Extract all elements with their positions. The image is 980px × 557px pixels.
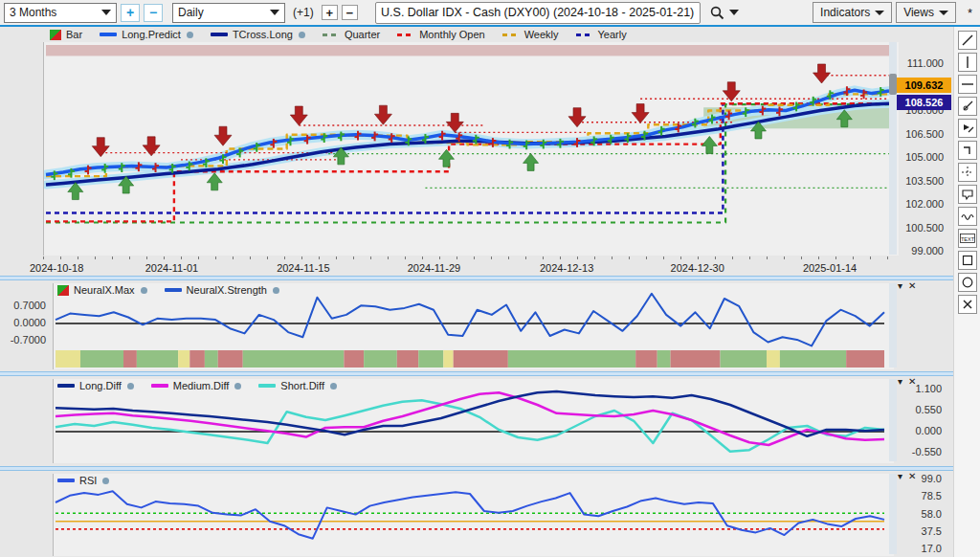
crosshair-icon (961, 166, 974, 179)
trend-point-tool-button[interactable] (958, 97, 977, 116)
delete-drawing-tool-button[interactable] (958, 295, 977, 314)
panel-controls: ▾ ✕ (898, 471, 916, 481)
range-select[interactable]: 3 Months (4, 3, 117, 23)
legend-item-monthly-open[interactable]: Monthly Open (397, 29, 484, 40)
legend-label: Monthly Open (419, 29, 484, 40)
legend-label: Yearly (598, 29, 627, 40)
info-icon[interactable] (234, 383, 241, 390)
y-axis-label: 105.000 (900, 151, 944, 163)
panel-scrollbar-track[interactable] (889, 379, 897, 461)
y-axis-label: 102.000 (900, 198, 944, 210)
trend-line-tool-button[interactable] (958, 31, 977, 50)
chart-scrollbar-thumb[interactable] (889, 74, 897, 95)
legend-item-weekly[interactable]: Weekly (502, 29, 559, 40)
legend-label: NeuralX.Strength (187, 284, 267, 296)
collapse-panel-icon[interactable]: ▾ (898, 280, 902, 291)
rsi-y-axis: 99.078.558.037.517.0 (898, 474, 944, 556)
info-icon[interactable] (330, 383, 337, 390)
legend-label: Long.Predict (122, 29, 181, 40)
legend-item-medium-diff[interactable]: Medium.Diff (151, 380, 241, 391)
crosshair-tool-button[interactable] (958, 163, 977, 182)
close-panel-icon[interactable]: ✕ (908, 376, 916, 387)
bar-minus-button[interactable]: − (342, 5, 358, 20)
legend-item-long-predict[interactable]: Long.Predict (100, 29, 193, 40)
y-axis-label: 0.0000 (2, 317, 46, 328)
close-panel-icon[interactable]: ✕ (908, 471, 916, 481)
panel-controls: ▾ ✕ (898, 280, 916, 291)
wave-tool-button[interactable] (958, 207, 977, 226)
neuralx-max-icon (57, 285, 69, 296)
legend-item-short-diff[interactable]: Short.Diff (258, 380, 337, 391)
arrow-flag-tool-button[interactable] (958, 119, 977, 138)
svg-text:TEXT: TEXT (960, 236, 974, 242)
legend-item-tcross-long[interactable]: TCross.Long (211, 29, 305, 40)
info-icon[interactable] (273, 287, 279, 294)
horizontal-line-tool-button[interactable] (958, 75, 977, 94)
collapse-panel-icon[interactable]: ▾ (898, 376, 902, 387)
dash-swatch (397, 33, 414, 36)
info-icon[interactable] (187, 32, 193, 38)
search-dropdown-icon[interactable] (729, 10, 739, 15)
price-tag-long-predict: 109.632 (897, 78, 951, 93)
legend-label: Bar (66, 29, 82, 40)
x-axis-label: 2025-01-14 (803, 262, 857, 274)
legend-label: TCross.Long (233, 29, 293, 40)
legend-item-quarter[interactable]: Quarter (323, 29, 380, 40)
rsi-plot[interactable] (53, 474, 894, 556)
modified-indicator: * (968, 6, 972, 20)
info-icon[interactable] (127, 383, 134, 390)
callout-icon (961, 188, 974, 201)
legend-item-long-diff[interactable]: Long.Diff (57, 380, 134, 391)
legend-label: NeuralX.Max (74, 284, 135, 296)
trading-app-window: 3 Months + − Daily (+1) + − Indicators (0, 0, 980, 557)
indicators-button[interactable]: Indicators (813, 2, 892, 23)
legend-label: Short.Diff (280, 380, 324, 391)
line-swatch (258, 384, 276, 388)
date-axis: 2024-10-182024-11-012024-11-152024-11-29… (43, 256, 898, 276)
ellipse-tool-button[interactable] (958, 273, 977, 292)
top-toolbar: 3 Months + − Daily (+1) + − Indicators (0, 0, 980, 25)
legend-item-neuralx-strength[interactable]: NeuralX.Strength (165, 284, 279, 296)
y-axis-label: 0.7000 (2, 300, 46, 311)
search-icon[interactable] (710, 6, 724, 20)
line-swatch (211, 33, 228, 36)
legend-item-bar[interactable]: Bar (50, 29, 82, 40)
line-swatch (57, 479, 75, 482)
info-icon[interactable] (299, 32, 305, 38)
panel-controls: ▾ ✕ (898, 376, 916, 387)
diff-legend: Long.Diff Medium.Diff Short.Diff (57, 379, 337, 392)
indicators-button-label: Indicators (820, 6, 870, 19)
chart-scrollbar-track[interactable] (889, 42, 897, 255)
vertical-line-tool-button[interactable] (958, 53, 977, 72)
panel-scrollbar-track[interactable] (889, 283, 897, 368)
panel-scrollbar-track[interactable] (889, 474, 897, 554)
symbol-title-input[interactable] (375, 2, 701, 24)
legend-label: Quarter (345, 29, 380, 40)
range-zoom-in-button[interactable]: + (121, 4, 140, 22)
collapse-panel-icon[interactable]: ▾ (898, 471, 902, 481)
interval-select[interactable]: Daily (172, 3, 285, 23)
close-panel-icon[interactable]: ✕ (908, 280, 916, 291)
range-zoom-out-button[interactable]: − (144, 4, 163, 22)
y-axis-label: -0.7000 (2, 334, 46, 345)
text-tool-button[interactable]: TEXT (958, 229, 977, 248)
neuralx-legend: NeuralX.Max NeuralX.Strength (57, 283, 279, 297)
bar-plus-button[interactable]: + (322, 5, 338, 20)
bar-offset-label: (+1) (293, 6, 314, 19)
rectangle-tool-button[interactable] (958, 251, 977, 270)
info-icon[interactable] (141, 287, 147, 294)
x-axis-label: 2024-11-29 (408, 262, 460, 274)
views-button[interactable]: Views (896, 2, 956, 23)
legend-item-yearly[interactable]: Yearly (576, 29, 627, 40)
trend-line-icon (961, 33, 974, 47)
legend-item-neuralx-max[interactable]: NeuralX.Max (57, 284, 147, 296)
zigzag-tool-button[interactable] (958, 141, 977, 160)
price-chart-plot[interactable] (43, 42, 899, 256)
callout-tool-button[interactable] (958, 185, 977, 204)
legend-item-rsi[interactable]: RSI (57, 475, 109, 486)
views-button-label: Views (903, 6, 934, 19)
x-axis-label: 2024-12-13 (540, 262, 593, 274)
y-axis-label: 58.0 (898, 508, 942, 520)
info-icon[interactable] (102, 478, 109, 484)
y-axis-label: 0.550 (898, 404, 942, 415)
